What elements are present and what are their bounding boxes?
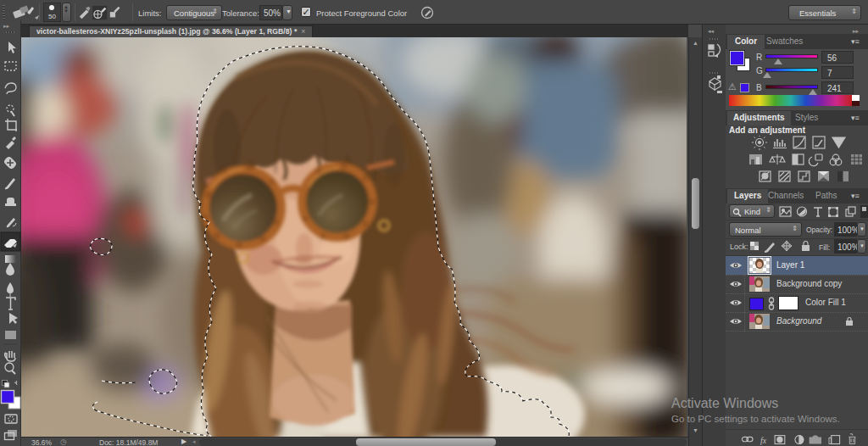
svg-text:fx: fx — [760, 436, 767, 445]
